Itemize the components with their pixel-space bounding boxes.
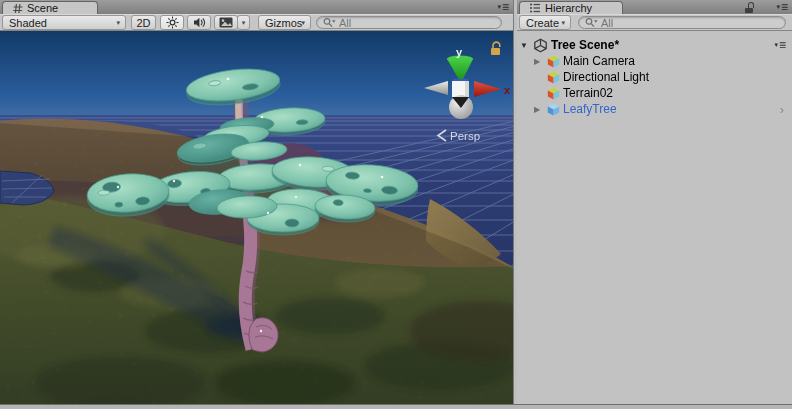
menu-icon: ≡ (781, 2, 788, 12)
scene-tab-label: Scene (27, 2, 58, 14)
caret-down-icon: ▾ (242, 19, 246, 27)
scene-toolbar: Shaded ▾ 2D (0, 14, 513, 31)
scene-row-menu[interactable]: ▾≡ (774, 40, 786, 50)
scene-search-value: All (339, 17, 351, 29)
scene-panel-menu[interactable]: ▾≡ (497, 2, 509, 12)
item-label: LeafyTree (563, 102, 617, 116)
caret-down-icon: ▾ (116, 19, 120, 27)
projection-label: Persp (450, 130, 480, 142)
hierarchy-item-main-camera[interactable]: ▶ Main Camera (517, 53, 792, 69)
gameobject-cube-icon (547, 87, 560, 100)
expander-collapsed-icon[interactable]: ▶ (534, 105, 544, 114)
scene-audio-toggle[interactable] (187, 15, 211, 30)
hierarchy-item-directional-light[interactable]: Directional Light (517, 69, 792, 85)
lock-icon[interactable] (745, 2, 756, 13)
scene-tab-bar: Scene ▾≡ (0, 0, 513, 14)
hierarchy-search-value: All (601, 17, 613, 29)
scene-effects-dropdown[interactable]: ▾ (237, 15, 250, 30)
hierarchy-panel-menu[interactable]: ▾≡ (776, 2, 788, 12)
scene-render: y x Persp (0, 31, 513, 404)
speaker-icon (193, 17, 206, 28)
caret-down-icon: ▾ (561, 19, 565, 27)
scene-search-field[interactable]: All (316, 16, 502, 29)
search-icon (323, 17, 336, 28)
hierarchy-search-field[interactable]: All (578, 16, 786, 29)
scene-root-row[interactable]: ▼ Tree Scene* ▾≡ (517, 37, 792, 53)
hierarchy-tree: ▼ Tree Scene* ▾≡ ▶ (517, 31, 792, 404)
axis-x-label: x (504, 84, 511, 96)
tab-hierarchy[interactable]: Hierarchy (519, 1, 623, 14)
hierarchy-toolbar: Create ▾ All (517, 14, 792, 31)
unity-scene-icon (533, 38, 548, 53)
tab-scene[interactable]: Scene (2, 1, 98, 14)
image-icon (219, 17, 233, 28)
sun-icon (166, 16, 179, 29)
caret-down-icon: ▾ (776, 2, 780, 12)
scene-panel: Scene ▾≡ Shaded ▾ 2D (0, 0, 513, 409)
caret-down-icon: ▾ (774, 40, 778, 50)
caret-down-icon: ▾ (497, 2, 501, 12)
item-label: Main Camera (563, 54, 635, 68)
2d-toggle-label: 2D (136, 17, 150, 29)
prefab-cube-icon (547, 103, 560, 116)
trunk-base-bulb (249, 318, 278, 352)
hierarchy-list-icon (529, 3, 541, 13)
gameobject-cube-icon (547, 71, 560, 84)
hierarchy-tab-label: Hierarchy (545, 2, 592, 14)
expander-expanded-icon[interactable]: ▼ (520, 41, 530, 50)
gizmos-dropdown[interactable]: Gizmos ▾ (258, 15, 311, 30)
shading-mode-label: Shaded (9, 17, 47, 29)
gameobject-cube-icon (547, 55, 560, 68)
gizmos-label: Gizmos (265, 17, 302, 29)
scene-grid-icon (12, 3, 23, 14)
2d-toggle-button[interactable]: 2D (131, 15, 156, 30)
hierarchy-panel: Hierarchy ▾≡ Create ▾ All (517, 0, 792, 409)
hierarchy-tab-bar: Hierarchy ▾≡ (517, 0, 792, 14)
axis-y-label: y (456, 46, 463, 58)
item-label: Directional Light (563, 70, 649, 84)
hierarchy-item-terrain02[interactable]: Terrain02 (517, 85, 792, 101)
create-dropdown[interactable]: Create ▾ (519, 15, 571, 30)
hierarchy-item-leafytree[interactable]: ▶ LeafyTree › (517, 101, 792, 117)
scene-effects-toggle[interactable] (214, 15, 238, 30)
search-icon (585, 17, 598, 28)
unity-editor-window: Scene ▾≡ Shaded ▾ 2D (0, 0, 792, 409)
scene-root-label: Tree Scene* (551, 38, 619, 52)
menu-icon: ≡ (779, 40, 786, 50)
chevron-right-icon[interactable]: › (780, 102, 784, 117)
item-label: Terrain02 (563, 86, 613, 100)
caret-down-icon: ▾ (301, 19, 305, 27)
scene-lighting-toggle[interactable] (160, 15, 184, 30)
menu-icon: ≡ (502, 2, 509, 12)
window-bottom-edge (0, 404, 792, 409)
scene-viewport[interactable]: y x Persp (0, 31, 513, 404)
shading-mode-dropdown[interactable]: Shaded ▾ (2, 15, 126, 30)
expander-collapsed-icon[interactable]: ▶ (534, 57, 544, 66)
create-label: Create (526, 17, 559, 29)
